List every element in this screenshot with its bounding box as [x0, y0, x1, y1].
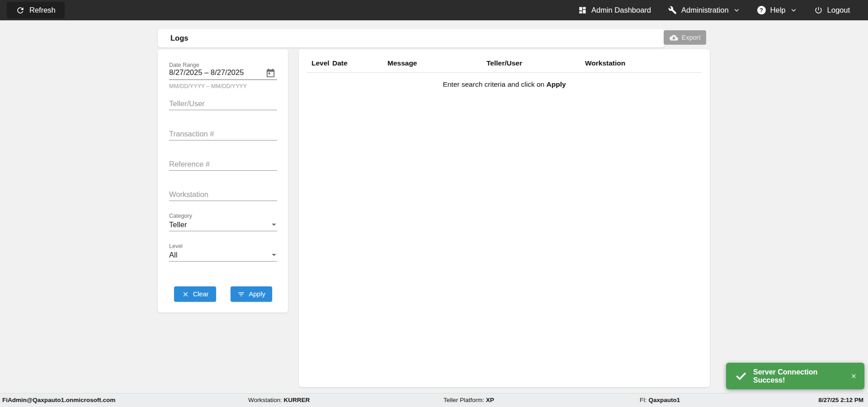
- category-value: Teller: [169, 220, 277, 229]
- nav-admin-dashboard[interactable]: Admin Dashboard: [578, 6, 651, 14]
- dropdown-arrow-icon: [272, 254, 276, 256]
- checkmark-icon: [735, 370, 747, 382]
- date-range-input[interactable]: [169, 68, 277, 77]
- category-select[interactable]: Category Teller: [169, 213, 277, 229]
- level-label: Level: [169, 243, 277, 249]
- chevron-down-icon: [790, 7, 797, 14]
- refresh-icon: [16, 6, 25, 15]
- column-header-level: Level: [311, 59, 330, 67]
- transaction-number-input[interactable]: [169, 130, 277, 138]
- clear-button[interactable]: Clear: [174, 286, 216, 302]
- page-title: Logs: [158, 34, 188, 42]
- export-button[interactable]: Export: [664, 30, 706, 45]
- help-icon: ?: [757, 6, 766, 14]
- date-format-hint: MM/DD/YYYY – MM/DD/YYYY: [169, 83, 247, 89]
- column-header-teller-user: Teller/User: [486, 59, 522, 67]
- date-range-field: Date Range: [169, 62, 277, 68]
- filter-panel: Date Range MM/DD/YYYY – MM/DD/YYYY Categ…: [158, 49, 288, 313]
- nav-help[interactable]: ? Help: [757, 6, 797, 14]
- close-icon: [182, 290, 189, 298]
- calendar-icon[interactable]: [265, 68, 276, 78]
- logs-table-card: Level Date Message Teller/User Workstati…: [299, 49, 710, 387]
- power-icon: [814, 6, 823, 14]
- nav-administration[interactable]: Administration: [668, 6, 740, 14]
- nav-logout[interactable]: Logout: [814, 6, 850, 14]
- status-user: FiAdmin@Qaxpauto1.onmicrosoft.com: [2, 393, 115, 407]
- level-select[interactable]: Level All: [169, 243, 277, 259]
- top-nav: Admin Dashboard Administration ? Help Lo…: [561, 6, 868, 14]
- teller-user-input[interactable]: [169, 99, 277, 108]
- dashboard-icon: [578, 6, 587, 14]
- workstation-input[interactable]: [169, 190, 277, 199]
- page-header-card: Logs: [158, 29, 665, 47]
- reference-number-input[interactable]: [169, 160, 277, 168]
- export-label: Export: [682, 34, 701, 41]
- nav-logout-label: Logout: [827, 6, 850, 14]
- close-icon: [850, 373, 857, 379]
- level-value: All: [169, 251, 277, 259]
- status-platform: Teller Platform: XP: [443, 393, 494, 407]
- column-header-workstation: Workstation: [585, 59, 625, 67]
- toast-close-button[interactable]: [849, 372, 858, 380]
- status-workstation: Workstation: KURRER: [248, 393, 310, 407]
- status-datetime: 8/27/25 2:12 PM: [818, 393, 863, 407]
- refresh-label: Refresh: [29, 6, 56, 14]
- column-header-date: Date: [332, 59, 348, 67]
- date-range-label: Date Range: [169, 62, 277, 68]
- nav-administration-label: Administration: [681, 6, 729, 14]
- toast-message: Server Connection Success!: [753, 368, 849, 384]
- status-bar: FiAdmin@Qaxpauto1.onmicrosoft.com Workst…: [0, 393, 868, 407]
- clear-label: Clear: [193, 290, 209, 298]
- status-fi: FI: Qaxpauto1: [640, 393, 680, 407]
- empty-state-message: Enter search criteria and click on Apply: [299, 80, 710, 89]
- toast-notification: Server Connection Success!: [726, 363, 864, 389]
- category-label: Category: [169, 213, 277, 219]
- nav-admin-dashboard-label: Admin Dashboard: [591, 6, 651, 14]
- column-header-message: Message: [387, 59, 417, 67]
- apply-label: Apply: [249, 290, 265, 298]
- cloud-download-icon: [670, 33, 678, 42]
- wrench-icon: [668, 6, 677, 14]
- refresh-button[interactable]: Refresh: [7, 2, 65, 19]
- nav-help-label: Help: [770, 6, 786, 14]
- chevron-down-icon: [733, 7, 740, 14]
- apply-button[interactable]: Apply: [231, 286, 272, 302]
- filter-icon: [237, 290, 245, 298]
- dropdown-arrow-icon: [272, 224, 276, 226]
- table-header-divider: [307, 72, 702, 73]
- top-bar: Refresh Admin Dashboard Administration ?…: [0, 0, 868, 20]
